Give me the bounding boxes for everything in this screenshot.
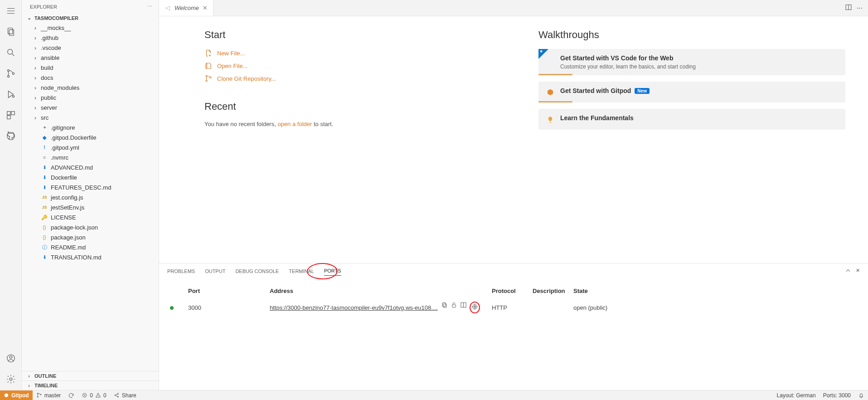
folder-item[interactable]: ›docs (22, 73, 159, 83)
timeline-section[interactable]: › TIMELINE (22, 380, 159, 390)
github-icon[interactable] (5, 130, 17, 142)
folder-item[interactable]: ›node_modules (22, 83, 159, 93)
menu-icon[interactable] (5, 5, 17, 17)
file-item[interactable]: 🔑LICENSE (22, 212, 159, 222)
run-icon[interactable] (5, 88, 17, 101)
tab-ports[interactable]: PORTS (324, 266, 341, 276)
chevron-down-icon: ⌄ (26, 15, 32, 21)
folder-item[interactable]: ›server (22, 102, 159, 112)
account-icon[interactable] (5, 352, 17, 365)
svg-point-6 (12, 96, 14, 98)
file-item[interactable]: JSjest.config.js (22, 192, 159, 202)
chevron-right-icon: › (33, 84, 38, 91)
chevron-right-icon: › (33, 24, 38, 31)
problems-status[interactable]: 0 0 (78, 390, 110, 400)
file-item[interactable]: {}package-lock.json (22, 222, 159, 232)
folder-item[interactable]: ›ansible (22, 53, 159, 63)
gitpod-logo-icon (546, 88, 555, 97)
progress-bar (538, 101, 572, 102)
svg-point-13 (10, 378, 12, 380)
panel-close-icon[interactable]: ✕ (856, 268, 860, 275)
git-branch-icon (204, 74, 213, 83)
folder-item[interactable]: ›build (22, 63, 159, 73)
copy-icon[interactable] (441, 302, 448, 313)
tab-output[interactable]: OUTPUT (205, 267, 225, 276)
svg-rect-9 (7, 116, 10, 119)
file-item[interactable]: !.gitpod.yml (22, 142, 159, 152)
port-value: 3000 (185, 298, 267, 317)
chevron-right-icon: › (33, 44, 38, 51)
open-file-link[interactable]: Open File... (204, 62, 511, 70)
file-item[interactable]: {}package.json (22, 232, 159, 242)
settings-gear-icon[interactable] (5, 373, 17, 385)
chevron-right-icon: › (33, 64, 38, 71)
col-description: Description (530, 284, 571, 298)
tab-debug-console[interactable]: DEBUG CONSOLE (235, 267, 279, 276)
file-item[interactable]: ⬇FEATURES_DESC.md (22, 182, 159, 192)
new-badge: New (635, 88, 650, 94)
clone-repo-link[interactable]: Clone Git Repository... (204, 74, 511, 83)
folder-item[interactable]: ›src (22, 112, 159, 122)
protocol-value: HTTP (489, 298, 530, 317)
folder-item[interactable]: ›__mocks__ (22, 23, 159, 33)
chevron-right-icon: › (33, 114, 38, 121)
folder-item[interactable]: ›.github (22, 33, 159, 43)
scm-icon[interactable] (5, 67, 17, 80)
open-folder-link[interactable]: open a folder (277, 121, 312, 127)
tab-welcome[interactable]: Welcome ✕ (159, 0, 213, 16)
gitpod-status[interactable]: Gitpod (0, 390, 33, 400)
lock-open-icon[interactable] (451, 302, 457, 313)
file-item[interactable]: ◆.gitpod.Dockerfile (22, 132, 159, 142)
svg-point-15 (206, 75, 207, 77)
svg-point-23 (37, 393, 38, 394)
svg-rect-0 (8, 28, 12, 34)
share-status[interactable]: Share (110, 390, 140, 400)
col-state: State (571, 284, 652, 298)
walkthrough-fundamentals[interactable]: Learn the Fundamentals (538, 109, 845, 130)
recent-text: You have no recent folders, open a folde… (204, 121, 511, 127)
file-item[interactable]: ⓘREADME.md (22, 242, 159, 252)
port-row[interactable]: 3000 https://3000-benzino77-tasmocompile… (167, 298, 860, 317)
split-editor-icon[interactable] (845, 4, 852, 12)
vscode-logo-icon (546, 55, 555, 64)
svg-rect-20 (452, 305, 456, 307)
more-actions-icon[interactable]: ⋯ (857, 5, 863, 11)
file-item[interactable]: ≡.nvmrc (22, 152, 159, 162)
file-item[interactable]: ⬇ADVANCED.md (22, 162, 159, 172)
svg-rect-7 (7, 112, 10, 115)
sync-status[interactable] (64, 390, 78, 400)
file-item[interactable]: ⬇Dockerfile (22, 172, 159, 182)
vscode-logo-icon (165, 5, 171, 11)
editor-tabbar: Welcome ✕ ⋯ (159, 0, 868, 16)
panel-maximize-icon[interactable] (845, 268, 851, 275)
extensions-icon[interactable] (5, 109, 17, 122)
tab-problems[interactable]: PROBLEMS (167, 267, 195, 276)
svg-point-12 (10, 356, 12, 359)
explorer-icon[interactable] (5, 25, 17, 38)
walkthrough-vscode[interactable]: Get Started with VS Code for the Web Cus… (538, 49, 845, 75)
search-icon[interactable] (5, 46, 17, 59)
globe-icon[interactable] (470, 302, 480, 313)
project-header[interactable]: ⌄ TASMOCOMPILER (22, 13, 159, 23)
port-address-link[interactable]: https://3000-benzino77-tasmocompiler-eu9… (270, 304, 438, 311)
explorer-more-icon[interactable]: ⋯ (147, 4, 152, 10)
new-file-link[interactable]: New File... (204, 49, 511, 57)
branch-status[interactable]: master (33, 390, 65, 400)
notifications-icon[interactable] (854, 390, 868, 400)
folder-item[interactable]: ›.vscode (22, 43, 159, 53)
col-address: Address (267, 284, 489, 298)
svg-point-16 (206, 80, 207, 82)
preview-icon[interactable] (460, 302, 467, 313)
svg-rect-19 (442, 303, 446, 307)
ports-status[interactable]: Ports: 3000 (820, 390, 854, 400)
layout-status[interactable]: Layout: German (773, 390, 820, 400)
file-item[interactable]: JSjestSetEnv.js (22, 202, 159, 212)
file-item[interactable]: ✦.gitignore (22, 122, 159, 132)
close-icon[interactable]: ✕ (203, 5, 208, 11)
folder-item[interactable]: ›public (22, 93, 159, 102)
outline-section[interactable]: › OUTLINE (22, 371, 159, 380)
state-value: open (public) (571, 298, 652, 317)
file-item[interactable]: ⬇TRANSLATION.md (22, 252, 159, 262)
tab-terminal[interactable]: TERMINAL (289, 267, 314, 276)
walkthrough-gitpod[interactable]: Get Started with Gitpod New (538, 82, 845, 102)
